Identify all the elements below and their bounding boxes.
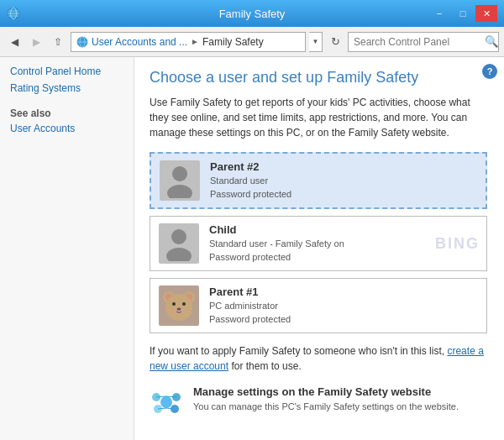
search-input[interactable] (349, 36, 485, 48)
help-button[interactable]: ? (482, 64, 497, 79)
website-info: Manage settings on the Family Safety web… (193, 385, 459, 413)
svg-point-21 (160, 396, 172, 408)
user-info-child: Child Standard user - Family Safety on P… (209, 223, 344, 264)
user-line2-parent2: Password protected (210, 188, 291, 201)
breadcrumb-globe-icon (76, 36, 88, 48)
sidebar-item-rating-systems[interactable]: Rating Systems (10, 82, 123, 94)
user-line1-parent2: Standard user (210, 175, 291, 187)
user-card-parent2[interactable]: Parent #2 Standard user Password protect… (150, 152, 487, 209)
sidebar: Control Panel Home Rating Systems See al… (0, 57, 134, 440)
content-area: ? Choose a user and set up Family Safety… (134, 57, 504, 440)
svg-point-10 (171, 229, 186, 244)
watermark-bing: BING (435, 235, 480, 253)
breadcrumb-separator: ► (191, 37, 199, 46)
sidebar-see-also-label: See also (10, 107, 123, 119)
avatar-parent1 (159, 285, 199, 326)
search-box: 🔍 (348, 32, 499, 52)
user-info-parent1: Parent #1 PC administrator Password prot… (209, 285, 291, 326)
back-button[interactable]: ◀ (5, 33, 24, 51)
user-name-parent2: Parent #2 (210, 160, 291, 173)
website-desc: You can manage this PC's Family Safety s… (193, 401, 459, 413)
app-icon (7, 7, 20, 20)
user-line1-child: Standard user - Family Safety on (209, 238, 344, 250)
website-section: Manage settings on the Family Safety web… (150, 385, 487, 419)
maximize-button[interactable]: □ (452, 5, 474, 22)
user-card-child[interactable]: Child Standard user - Family Safety on P… (150, 216, 487, 271)
sidebar-item-user-accounts[interactable]: User Accounts (10, 123, 123, 134)
breadcrumb-part1[interactable]: User Accounts and ... (92, 36, 187, 48)
user-line2-parent1: Password protected (209, 313, 291, 326)
breadcrumb-part2: Family Safety (202, 36, 264, 48)
sidebar-item-control-panel-home[interactable]: Control Panel Home (10, 65, 123, 77)
svg-point-20 (177, 308, 181, 311)
website-icon (150, 385, 183, 419)
minimize-button[interactable]: − (428, 5, 450, 22)
avatar-parent2 (160, 160, 200, 201)
breadcrumb-dropdown[interactable]: ▼ (309, 32, 323, 52)
window-controls: − □ ✕ (428, 5, 497, 22)
address-bar: ◀ ▶ ⇧ User Accounts and ... ► Family Saf… (0, 27, 504, 57)
sidebar-see-also-section: See also User Accounts (10, 107, 123, 134)
up-button[interactable]: ⇧ (49, 33, 67, 51)
user-line2-child: Password protected (209, 251, 344, 264)
footer-text: If you want to apply Family Safety to so… (150, 343, 487, 374)
svg-point-8 (172, 166, 187, 181)
forward-button[interactable]: ▶ (27, 33, 45, 51)
footer-text-before: If you want to apply Family Safety to so… (150, 345, 447, 357)
svg-point-17 (172, 302, 176, 306)
user-card-parent1[interactable]: Parent #1 PC administrator Password prot… (150, 278, 487, 333)
search-button[interactable]: 🔍 (485, 33, 499, 51)
svg-point-9 (167, 185, 192, 198)
main-layout: Control Panel Home Rating Systems See al… (0, 57, 504, 440)
user-line1-parent1: PC administrator (209, 300, 291, 312)
window-title: Family Safety (219, 8, 286, 20)
refresh-button[interactable]: ↻ (326, 33, 344, 51)
breadcrumb: User Accounts and ... ► Family Safety (71, 32, 306, 52)
title-bar: Family Safety − □ ✕ (0, 0, 504, 27)
content-description: Use Family Safety to get reports of your… (150, 95, 487, 140)
close-button[interactable]: ✕ (475, 5, 497, 22)
title-bar-left (7, 7, 20, 20)
svg-point-18 (182, 302, 186, 306)
avatar-child (159, 223, 199, 264)
svg-point-11 (166, 248, 192, 261)
user-name-child: Child (209, 223, 344, 236)
user-name-parent1: Parent #1 (209, 285, 291, 298)
website-title: Manage settings on the Family Safety web… (193, 385, 459, 398)
page-title: Choose a user and set up Family Safety (150, 69, 487, 86)
user-info-parent2: Parent #2 Standard user Password protect… (210, 160, 291, 201)
footer-text-after: for them to use. (228, 360, 302, 372)
